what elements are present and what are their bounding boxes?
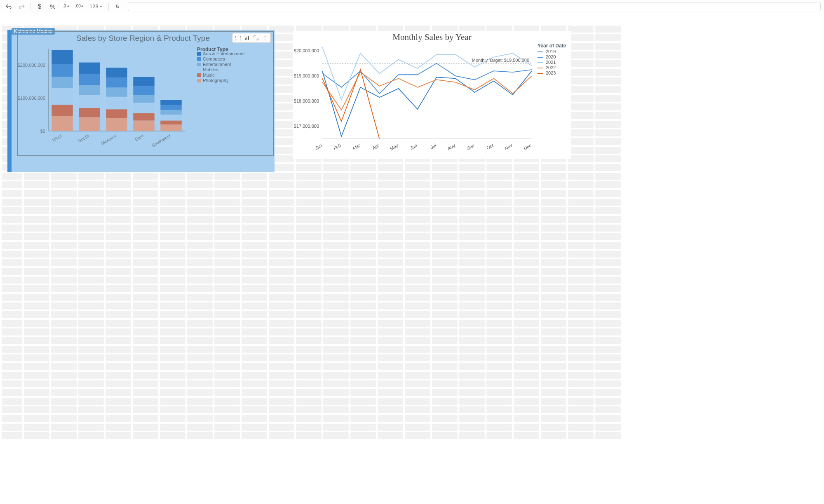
toolbar: $ % .0 .00 123 fx xyxy=(0,0,824,13)
svg-rect-36 xyxy=(160,120,181,124)
chart-sales-by-region[interactable]: Sales by Store Region & Product Type $0$… xyxy=(7,30,275,172)
svg-rect-23 xyxy=(106,97,127,109)
svg-rect-57 xyxy=(248,36,249,40)
svg-rect-21 xyxy=(106,118,127,131)
chart-monthly-sales[interactable]: Monthly Sales by Year $17,000,000$18,000… xyxy=(293,31,571,159)
svg-text:$19,000,000: $19,000,000 xyxy=(294,73,319,78)
chart-drag-handle-icon[interactable]: ⋮⋮ xyxy=(233,34,242,42)
svg-rect-26 xyxy=(106,68,127,77)
svg-text:$18,000,000: $18,000,000 xyxy=(294,98,319,103)
svg-rect-30 xyxy=(133,103,154,113)
chart-menu-icon[interactable]: ⋮ xyxy=(261,34,270,42)
chart-floating-controls: ⋮⋮ ⋮ xyxy=(232,33,271,43)
svg-rect-39 xyxy=(160,105,181,110)
svg-rect-38 xyxy=(160,110,181,115)
currency-format-button[interactable]: $ xyxy=(34,2,45,12)
svg-text:2023: 2023 xyxy=(546,70,556,75)
svg-text:Jan: Jan xyxy=(314,143,323,151)
line-chart-svg: $17,000,000$18,000,000$19,000,000$20,000… xyxy=(293,42,571,160)
svg-rect-16 xyxy=(79,95,100,108)
svg-rect-51 xyxy=(197,73,201,77)
svg-rect-37 xyxy=(160,115,181,120)
percent-format-button[interactable]: % xyxy=(47,2,58,12)
svg-rect-11 xyxy=(52,64,73,77)
svg-rect-29 xyxy=(133,113,154,121)
svg-rect-35 xyxy=(160,124,181,131)
svg-text:Music: Music xyxy=(203,73,215,77)
decrease-decimal-button[interactable]: .0 xyxy=(61,2,71,12)
increase-decimal-button[interactable]: .00 xyxy=(74,2,85,12)
fx-button[interactable]: fx xyxy=(112,2,123,12)
svg-text:Jul: Jul xyxy=(429,143,437,150)
svg-text:2019: 2019 xyxy=(546,49,556,54)
number-format-dropdown[interactable]: 123 xyxy=(87,2,105,12)
svg-rect-33 xyxy=(133,77,154,86)
svg-text:Sep: Sep xyxy=(465,143,475,151)
svg-rect-31 xyxy=(133,95,154,103)
svg-rect-24 xyxy=(106,87,127,96)
svg-text:.00: .00 xyxy=(75,4,81,8)
chevron-down-icon xyxy=(99,5,103,8)
svg-rect-14 xyxy=(79,117,100,131)
svg-text:Computers: Computers xyxy=(203,56,225,61)
svg-text:$200,000,000: $200,000,000 xyxy=(18,63,45,68)
chart-title: Monthly Sales by Year xyxy=(293,31,571,42)
svg-text:Oct: Oct xyxy=(486,143,495,150)
svg-text:.0: .0 xyxy=(63,4,66,8)
svg-rect-7 xyxy=(52,116,73,131)
svg-text:Photography: Photography xyxy=(203,78,229,83)
chart-quick-action-icon[interactable] xyxy=(242,34,251,42)
svg-text:2020: 2020 xyxy=(546,54,556,59)
svg-text:South: South xyxy=(77,133,90,143)
svg-text:Feb: Feb xyxy=(333,143,342,151)
svg-text:Year of Date: Year of Date xyxy=(538,43,566,49)
svg-text:$100,000,000: $100,000,000 xyxy=(18,96,45,101)
svg-text:$17,000,000: $17,000,000 xyxy=(294,124,319,129)
svg-text:Midwest: Midwest xyxy=(100,133,117,146)
svg-rect-56 xyxy=(246,37,247,40)
svg-text:Jun: Jun xyxy=(409,143,418,151)
svg-rect-43 xyxy=(197,52,201,56)
svg-text:$0: $0 xyxy=(40,129,45,134)
svg-rect-53 xyxy=(197,79,201,82)
svg-text:East: East xyxy=(134,133,145,142)
svg-rect-12 xyxy=(52,50,73,64)
svg-text:Southwest: Southwest xyxy=(151,133,172,148)
svg-rect-55 xyxy=(245,38,246,40)
svg-text:Entertainment: Entertainment xyxy=(203,62,231,67)
svg-text:Nov: Nov xyxy=(504,143,514,151)
chart-expand-icon[interactable] xyxy=(251,34,261,42)
svg-rect-15 xyxy=(79,108,100,117)
svg-rect-18 xyxy=(79,74,100,85)
svg-rect-49 xyxy=(197,68,201,72)
svg-rect-8 xyxy=(52,105,73,116)
svg-rect-22 xyxy=(106,109,127,118)
svg-text:2021: 2021 xyxy=(546,60,556,65)
bar-chart-svg: $0$100,000,000$200,000,000WestSouthMidwe… xyxy=(12,45,275,164)
svg-rect-25 xyxy=(106,77,127,87)
formula-bar[interactable] xyxy=(128,2,821,11)
svg-text:$20,000,000: $20,000,000 xyxy=(294,48,319,53)
svg-rect-19 xyxy=(79,63,100,74)
number-format-label: 123 xyxy=(89,3,99,9)
svg-text:Apr: Apr xyxy=(371,143,380,151)
svg-text:Mobiles: Mobiles xyxy=(203,67,218,72)
svg-rect-40 xyxy=(160,100,181,105)
svg-rect-32 xyxy=(133,86,154,95)
svg-rect-45 xyxy=(197,57,201,61)
svg-text:Mar: Mar xyxy=(352,143,362,151)
svg-text:2022: 2022 xyxy=(546,65,556,70)
redo-button[interactable] xyxy=(16,2,27,12)
collaborator-tag[interactable]: Katherine Maples xyxy=(12,28,55,35)
svg-rect-47 xyxy=(197,63,201,66)
svg-rect-28 xyxy=(133,120,154,131)
undo-button[interactable] xyxy=(3,2,14,12)
svg-text:Aug: Aug xyxy=(446,143,456,151)
spreadsheet-canvas[interactable]: Sales by Store Region & Product Type $0$… xyxy=(0,13,824,504)
svg-rect-17 xyxy=(79,85,100,95)
svg-rect-10 xyxy=(52,77,73,88)
svg-rect-9 xyxy=(52,88,73,105)
svg-text:Arts & Entertainment: Arts & Entertainment xyxy=(203,51,245,56)
svg-text:West: West xyxy=(51,133,63,143)
svg-text:May: May xyxy=(389,143,399,152)
